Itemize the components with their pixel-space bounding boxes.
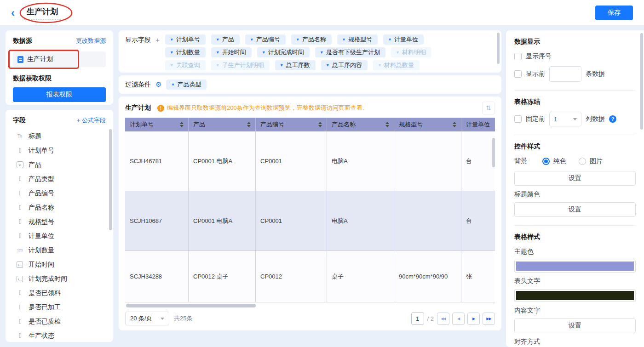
main-area: 数据源 更改数据源 生产计划 数据获取权限 报表权限 字段 + 公式字段 标题计… bbox=[0, 26, 644, 347]
field-item[interactable]: 计量单位 bbox=[13, 229, 106, 243]
field-item[interactable]: 计划数量 bbox=[13, 243, 106, 257]
help-icon[interactable]: ? bbox=[609, 115, 616, 123]
field-item[interactable]: 规格型号 bbox=[13, 215, 106, 229]
column-header-label: 计划单号 bbox=[130, 120, 154, 129]
field-tag[interactable]: ▾关联查询 bbox=[165, 60, 206, 70]
change-datasource-link[interactable]: 更改数据源 bbox=[76, 37, 106, 45]
page-number-input[interactable]: 1 bbox=[411, 312, 424, 325]
gear-icon[interactable]: ⚙ bbox=[155, 80, 161, 89]
page-title: 生产计划 bbox=[24, 6, 61, 20]
show-index-label: 显示序号 bbox=[526, 52, 552, 61]
field-tag[interactable]: ▾计划数量 bbox=[165, 47, 206, 57]
column-header[interactable]: 产品 bbox=[189, 118, 256, 131]
show-first-checkbox[interactable] bbox=[514, 70, 522, 78]
last-page-button[interactable]: ▶▶ bbox=[483, 313, 495, 325]
column-header[interactable]: 产品名称 bbox=[327, 118, 394, 131]
field-tag[interactable]: ▾材料总数量 bbox=[373, 60, 420, 70]
add-display-field-icon[interactable]: + bbox=[155, 36, 160, 68]
field-item[interactable]: 生产状态 bbox=[13, 329, 106, 342]
first-page-button[interactable]: ◀◀ bbox=[437, 313, 449, 325]
content-text-set-button[interactable]: 设置 bbox=[514, 319, 636, 333]
table-cell bbox=[394, 131, 461, 191]
field-tag[interactable]: ▾产品 bbox=[211, 34, 240, 45]
solid-color-radio[interactable] bbox=[542, 158, 550, 165]
table-row[interactable]: SCJH34288CP0012 桌子CP0012桌子90cm*90cm*90/9… bbox=[125, 251, 495, 302]
date-field-icon bbox=[16, 261, 24, 268]
table-cell: SCJH46781 bbox=[125, 131, 189, 191]
report-permission-button[interactable]: 报表权限 bbox=[13, 87, 106, 102]
field-item[interactable]: 产品类型 bbox=[13, 172, 106, 186]
field-tag[interactable]: ▾计划完成时间 bbox=[257, 47, 310, 57]
row-limit-input[interactable] bbox=[549, 66, 581, 82]
tag-label: 总工序内容 bbox=[332, 61, 362, 69]
prev-page-button[interactable]: ◀ bbox=[452, 313, 465, 325]
column-header[interactable]: 规格型号 bbox=[394, 118, 461, 131]
field-item[interactable]: 计划单号 bbox=[13, 143, 106, 158]
fields-title: 字段 bbox=[13, 116, 26, 125]
scrollbar-thumb[interactable] bbox=[126, 304, 256, 307]
column-header[interactable]: 计划单号 bbox=[125, 118, 189, 131]
tag-label: 产品 bbox=[222, 35, 234, 44]
freeze-count-select[interactable]: 1 bbox=[549, 112, 581, 126]
save-button[interactable]: 保存 bbox=[595, 6, 633, 20]
column-header[interactable]: 产品编号 bbox=[256, 118, 327, 131]
field-tag[interactable]: ▾总工序内容 bbox=[321, 60, 368, 70]
table-row[interactable]: SCJH10687CP0001 电脑ACP0001电脑A台 bbox=[125, 191, 495, 251]
field-item[interactable]: 计划完成时间 bbox=[13, 272, 106, 286]
table-row[interactable]: SCJH46781CP0001 电脑ACP0001电脑A台 bbox=[125, 131, 495, 191]
tag-label: 产品编号 bbox=[256, 35, 280, 44]
settings-scrollbar[interactable] bbox=[640, 33, 643, 130]
field-tag[interactable]: ▾总工序数 bbox=[275, 60, 316, 70]
field-item[interactable]: 产品编号 bbox=[13, 186, 106, 200]
table-vertical-scrollbar[interactable] bbox=[492, 138, 495, 167]
image-radio[interactable] bbox=[579, 158, 586, 165]
theme-color-swatch[interactable] bbox=[514, 260, 636, 273]
display-fields-scrollbar[interactable] bbox=[497, 33, 500, 64]
sort-arrows-icon[interactable] bbox=[247, 122, 251, 127]
title-color-set-button[interactable]: 设置 bbox=[514, 202, 636, 217]
show-index-checkbox[interactable] bbox=[514, 53, 522, 60]
sort-arrows-icon[interactable] bbox=[453, 122, 456, 127]
sort-arrows-icon[interactable] bbox=[180, 122, 184, 127]
field-tag[interactable]: ▾开始时间 bbox=[211, 47, 252, 57]
header-text-swatch[interactable] bbox=[514, 289, 636, 302]
chevron-down-icon bbox=[573, 118, 577, 120]
field-item[interactable]: 标题 bbox=[13, 129, 106, 143]
field-tag[interactable]: ▾产品名称 bbox=[291, 34, 332, 45]
field-tag[interactable]: ▾子生产计划明细 bbox=[211, 60, 270, 70]
field-tag[interactable]: ▾计量单位 bbox=[383, 34, 424, 45]
add-formula-field-link[interactable]: + 公式字段 bbox=[77, 116, 106, 125]
field-tag[interactable]: ▾计划单号 bbox=[165, 34, 206, 45]
sort-arrows-icon[interactable] bbox=[385, 122, 389, 127]
column-header[interactable]: 计量单位 bbox=[461, 118, 495, 131]
page-size-select[interactable]: 20 条/页 bbox=[125, 312, 169, 325]
field-tag[interactable]: ▾是否有下级生产计划 bbox=[315, 47, 385, 57]
field-tag[interactable]: ▾规格型号 bbox=[337, 34, 378, 45]
field-tag[interactable]: ▾产品编号 bbox=[245, 34, 286, 45]
sort-arrows-icon[interactable] bbox=[318, 122, 322, 127]
rows-suffix-label: 条数据 bbox=[586, 70, 605, 78]
background-set-button[interactable]: 设置 bbox=[514, 171, 636, 186]
sort-order-button[interactable]: ⇅ bbox=[482, 102, 495, 114]
field-item[interactable]: 是否已领料 bbox=[13, 286, 106, 300]
fields-scrollbar[interactable] bbox=[109, 129, 112, 230]
field-label: 产品编号 bbox=[29, 189, 54, 198]
field-item[interactable]: 开始时间 bbox=[13, 257, 106, 272]
back-icon[interactable]: ‹ bbox=[11, 7, 15, 18]
table-header-row: 计划单号产品产品编号产品名称规格型号计量单位 bbox=[125, 118, 495, 131]
field-item[interactable]: 产品 bbox=[13, 158, 106, 172]
field-item[interactable]: 产品名称 bbox=[13, 200, 106, 215]
table-horizontal-scrollbar[interactable] bbox=[125, 304, 495, 307]
field-tag[interactable]: ▾材料明细 bbox=[391, 47, 431, 57]
divider bbox=[514, 225, 636, 226]
datasource-item[interactable]: 生产计划 bbox=[13, 51, 106, 67]
tag-label: 规格型号 bbox=[348, 35, 372, 44]
field-item[interactable]: 是否已加工 bbox=[13, 300, 106, 314]
table-cell: 张 bbox=[461, 251, 495, 302]
freeze-checkbox[interactable] bbox=[514, 115, 522, 123]
column-header-label: 计量单位 bbox=[466, 120, 490, 129]
field-item[interactable]: 是否已质检 bbox=[13, 314, 106, 329]
field-tag[interactable]: ▾产品类型 bbox=[166, 80, 207, 90]
next-page-button[interactable]: ▶ bbox=[467, 313, 480, 325]
text-field-icon bbox=[16, 176, 24, 183]
